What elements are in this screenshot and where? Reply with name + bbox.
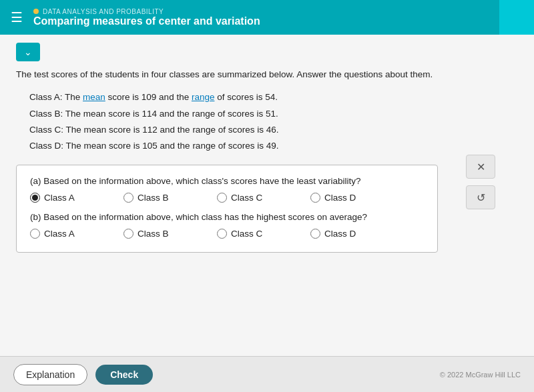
main-content: ⌄ The test scores of the students in fou…	[0, 35, 534, 356]
class-a-info: Class A: The mean score is 109 and the r…	[29, 89, 438, 105]
option-b-class-c[interactable]: Class C	[217, 229, 310, 239]
radio-a-class-a[interactable]	[30, 193, 40, 203]
question-a-text: (a) Based on the information above, whic…	[30, 176, 424, 186]
radio-a-class-b[interactable]	[123, 193, 134, 203]
class-b-info: Class B: The mean score is 114 and the r…	[29, 106, 438, 122]
refresh-button[interactable]: ↺	[466, 185, 495, 209]
content-area: ⌄ The test scores of the students in fou…	[0, 35, 454, 356]
option-b-class-b[interactable]: Class B	[123, 229, 217, 239]
option-a-class-c[interactable]: Class C	[217, 193, 310, 203]
question-b-text: (b) Based on the information above, whic…	[30, 212, 424, 222]
option-a-class-b[interactable]: Class B	[123, 193, 217, 203]
option-b-class-a[interactable]: Class A	[30, 229, 123, 239]
question-b-options: Class A Class B Class C Class D	[30, 229, 424, 239]
radio-b-class-d[interactable]	[310, 229, 320, 239]
radio-b-class-b[interactable]	[123, 229, 134, 239]
class-d-info: Class D: The mean score is 105 and the r…	[29, 138, 438, 154]
option-a-class-a[interactable]: Class A	[30, 193, 123, 203]
copyright: © 2022 McGraw Hill LLC	[440, 371, 521, 379]
close-icon: ✕	[477, 161, 485, 173]
class-info: Class A: The mean score is 109 and the r…	[29, 89, 438, 154]
question-a-options: Class A Class B Class C Class D	[30, 193, 424, 203]
category-dot	[33, 9, 39, 14]
menu-icon[interactable]: ☰	[11, 9, 23, 25]
close-button[interactable]: ✕	[466, 155, 495, 179]
class-c-info: Class C: The mean score is 112 and the r…	[29, 122, 438, 138]
check-button[interactable]: Check	[95, 365, 153, 385]
refresh-icon: ↺	[477, 191, 485, 204]
radio-a-class-d[interactable]	[310, 193, 320, 203]
range-link[interactable]: range	[192, 92, 215, 102]
footer: Explanation Check © 2022 McGraw Hill LLC	[0, 356, 534, 392]
intro-text: The test scores of the students in four …	[16, 68, 438, 81]
option-a-class-d[interactable]: Class D	[310, 193, 404, 203]
header: ☰ DATA ANALYSIS AND PROBABILITY Comparin…	[0, 0, 534, 35]
mean-link[interactable]: mean	[83, 92, 105, 102]
question-box: (a) Based on the information above, whic…	[16, 165, 438, 253]
radio-b-class-a[interactable]	[30, 229, 40, 239]
header-title: Comparing measures of center and variati…	[33, 15, 260, 27]
radio-a-class-c[interactable]	[217, 193, 227, 203]
header-category: DATA ANALYSIS AND PROBABILITY	[33, 8, 260, 15]
radio-b-class-c[interactable]	[217, 229, 227, 239]
side-panel: ✕ ↺	[454, 35, 507, 356]
option-b-class-d[interactable]: Class D	[310, 229, 404, 239]
header-content: DATA ANALYSIS AND PROBABILITY Comparing …	[33, 8, 260, 27]
header-accent	[499, 0, 534, 35]
collapse-button[interactable]: ⌄	[16, 43, 40, 61]
explanation-button[interactable]: Explanation	[13, 364, 87, 385]
